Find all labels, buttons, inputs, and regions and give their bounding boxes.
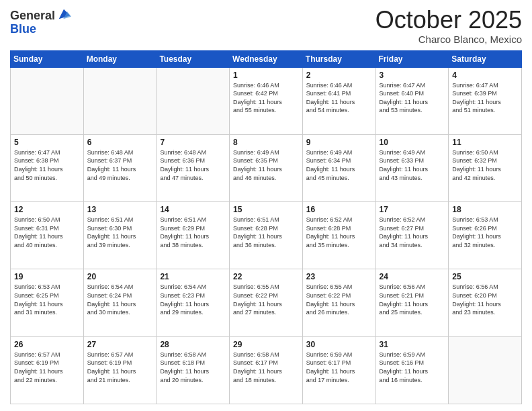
header-friday: Friday <box>375 50 449 67</box>
calendar-cell: 6Sunrise: 6:48 AM Sunset: 6:37 PM Daylig… <box>83 134 157 201</box>
day-number: 10 <box>380 138 445 147</box>
week-row-1: 5Sunrise: 6:47 AM Sunset: 6:38 PM Daylig… <box>11 134 522 201</box>
day-number: 1 <box>233 71 299 80</box>
header-thursday: Thursday <box>302 50 375 67</box>
day-number: 8 <box>233 138 299 147</box>
week-row-0: 1Sunrise: 6:46 AM Sunset: 6:42 PM Daylig… <box>11 67 522 134</box>
header: General Blue October 2025 Charco Blanco,… <box>10 7 522 45</box>
day-info: Sunrise: 6:57 AM Sunset: 6:19 PM Dayligh… <box>14 351 80 384</box>
calendar-cell <box>449 336 522 404</box>
day-info: Sunrise: 6:49 AM Sunset: 6:35 PM Dayligh… <box>233 148 299 182</box>
day-info: Sunrise: 6:59 AM Sunset: 6:17 PM Dayligh… <box>306 351 372 384</box>
day-info: Sunrise: 6:52 AM Sunset: 6:28 PM Dayligh… <box>306 216 372 249</box>
day-info: Sunrise: 6:46 AM Sunset: 6:41 PM Dayligh… <box>306 81 372 115</box>
calendar-cell: 8Sunrise: 6:49 AM Sunset: 6:35 PM Daylig… <box>230 134 303 201</box>
day-info: Sunrise: 6:58 AM Sunset: 6:18 PM Dayligh… <box>160 351 226 384</box>
calendar-cell: 31Sunrise: 6:59 AM Sunset: 6:16 PM Dayli… <box>375 336 449 404</box>
day-info: Sunrise: 6:46 AM Sunset: 6:42 PM Dayligh… <box>233 81 299 115</box>
day-info: Sunrise: 6:52 AM Sunset: 6:27 PM Dayligh… <box>380 216 445 249</box>
day-number: 20 <box>87 272 153 281</box>
day-number: 31 <box>380 340 445 349</box>
day-info: Sunrise: 6:48 AM Sunset: 6:37 PM Dayligh… <box>87 148 153 182</box>
day-number: 17 <box>380 205 445 214</box>
calendar-cell: 9Sunrise: 6:49 AM Sunset: 6:34 PM Daylig… <box>302 134 375 201</box>
calendar-cell: 2Sunrise: 6:46 AM Sunset: 6:41 PM Daylig… <box>302 67 375 134</box>
header-tuesday: Tuesday <box>157 50 230 67</box>
logo-text: General Blue <box>10 9 71 36</box>
calendar-cell: 17Sunrise: 6:52 AM Sunset: 6:27 PM Dayli… <box>375 202 449 269</box>
calendar: Sunday Monday Tuesday Wednesday Thursday… <box>10 50 522 404</box>
calendar-cell: 7Sunrise: 6:48 AM Sunset: 6:36 PM Daylig… <box>157 134 230 201</box>
header-monday: Monday <box>83 50 157 67</box>
day-number: 23 <box>306 272 372 281</box>
calendar-cell: 23Sunrise: 6:55 AM Sunset: 6:22 PM Dayli… <box>302 269 375 336</box>
day-number: 9 <box>306 138 372 147</box>
calendar-cell: 28Sunrise: 6:58 AM Sunset: 6:18 PM Dayli… <box>157 336 230 404</box>
calendar-cell: 5Sunrise: 6:47 AM Sunset: 6:38 PM Daylig… <box>11 134 84 201</box>
title-area: October 2025 Charco Blanco, Mexico <box>375 7 522 45</box>
page: General Blue October 2025 Charco Blanco,… <box>0 0 532 411</box>
day-info: Sunrise: 6:54 AM Sunset: 6:23 PM Dayligh… <box>160 283 226 316</box>
day-number: 6 <box>87 138 153 147</box>
week-row-2: 12Sunrise: 6:50 AM Sunset: 6:31 PM Dayli… <box>11 202 522 269</box>
calendar-cell: 24Sunrise: 6:56 AM Sunset: 6:21 PM Dayli… <box>375 269 449 336</box>
day-info: Sunrise: 6:59 AM Sunset: 6:16 PM Dayligh… <box>380 351 445 384</box>
logo-blue: Blue <box>10 23 71 36</box>
logo-general: General <box>10 9 55 23</box>
calendar-cell: 3Sunrise: 6:47 AM Sunset: 6:40 PM Daylig… <box>375 67 449 134</box>
day-number: 21 <box>160 272 226 281</box>
header-saturday: Saturday <box>449 50 522 67</box>
day-number: 12 <box>14 205 80 214</box>
logo-icon <box>56 7 71 21</box>
calendar-cell: 14Sunrise: 6:51 AM Sunset: 6:29 PM Dayli… <box>157 202 230 269</box>
calendar-cell: 10Sunrise: 6:49 AM Sunset: 6:33 PM Dayli… <box>375 134 449 201</box>
calendar-cell: 12Sunrise: 6:50 AM Sunset: 6:31 PM Dayli… <box>11 202 84 269</box>
day-number: 11 <box>452 138 518 147</box>
day-info: Sunrise: 6:58 AM Sunset: 6:17 PM Dayligh… <box>233 351 299 384</box>
calendar-cell: 4Sunrise: 6:47 AM Sunset: 6:39 PM Daylig… <box>449 67 522 134</box>
day-info: Sunrise: 6:48 AM Sunset: 6:36 PM Dayligh… <box>160 148 226 182</box>
calendar-cell: 20Sunrise: 6:54 AM Sunset: 6:24 PM Dayli… <box>83 269 157 336</box>
day-number: 16 <box>306 205 372 214</box>
day-info: Sunrise: 6:57 AM Sunset: 6:19 PM Dayligh… <box>87 351 153 384</box>
day-info: Sunrise: 6:49 AM Sunset: 6:33 PM Dayligh… <box>380 148 445 182</box>
calendar-cell: 29Sunrise: 6:58 AM Sunset: 6:17 PM Dayli… <box>230 336 303 404</box>
day-info: Sunrise: 6:47 AM Sunset: 6:39 PM Dayligh… <box>452 81 518 115</box>
day-number: 18 <box>452 205 518 214</box>
day-info: Sunrise: 6:56 AM Sunset: 6:21 PM Dayligh… <box>380 283 445 316</box>
calendar-cell: 27Sunrise: 6:57 AM Sunset: 6:19 PM Dayli… <box>83 336 157 404</box>
day-number: 4 <box>452 71 518 80</box>
day-number: 5 <box>14 138 80 147</box>
day-info: Sunrise: 6:51 AM Sunset: 6:30 PM Dayligh… <box>87 216 153 249</box>
day-number: 7 <box>160 138 226 147</box>
calendar-cell <box>83 67 157 134</box>
calendar-cell: 16Sunrise: 6:52 AM Sunset: 6:28 PM Dayli… <box>302 202 375 269</box>
day-info: Sunrise: 6:55 AM Sunset: 6:22 PM Dayligh… <box>233 283 299 316</box>
calendar-cell: 25Sunrise: 6:56 AM Sunset: 6:20 PM Dayli… <box>449 269 522 336</box>
logo: General Blue <box>10 9 71 36</box>
calendar-cell: 30Sunrise: 6:59 AM Sunset: 6:17 PM Dayli… <box>302 336 375 404</box>
location: Charco Blanco, Mexico <box>375 34 522 45</box>
day-info: Sunrise: 6:47 AM Sunset: 6:40 PM Dayligh… <box>380 81 445 115</box>
calendar-cell: 15Sunrise: 6:51 AM Sunset: 6:28 PM Dayli… <box>230 202 303 269</box>
day-info: Sunrise: 6:55 AM Sunset: 6:22 PM Dayligh… <box>306 283 372 316</box>
calendar-cell: 21Sunrise: 6:54 AM Sunset: 6:23 PM Dayli… <box>157 269 230 336</box>
day-number: 22 <box>233 272 299 281</box>
day-number: 19 <box>14 272 80 281</box>
day-info: Sunrise: 6:47 AM Sunset: 6:38 PM Dayligh… <box>14 148 80 182</box>
calendar-cell <box>11 67 84 134</box>
day-info: Sunrise: 6:51 AM Sunset: 6:29 PM Dayligh… <box>160 216 226 249</box>
day-number: 3 <box>380 71 445 80</box>
day-number: 30 <box>306 340 372 349</box>
calendar-cell: 22Sunrise: 6:55 AM Sunset: 6:22 PM Dayli… <box>230 269 303 336</box>
day-info: Sunrise: 6:53 AM Sunset: 6:25 PM Dayligh… <box>14 283 80 316</box>
header-wednesday: Wednesday <box>230 50 303 67</box>
calendar-cell: 19Sunrise: 6:53 AM Sunset: 6:25 PM Dayli… <box>11 269 84 336</box>
weekday-header-row: Sunday Monday Tuesday Wednesday Thursday… <box>11 50 522 67</box>
month-title: October 2025 <box>375 7 522 34</box>
calendar-cell: 13Sunrise: 6:51 AM Sunset: 6:30 PM Dayli… <box>83 202 157 269</box>
day-info: Sunrise: 6:53 AM Sunset: 6:26 PM Dayligh… <box>452 216 518 249</box>
day-number: 2 <box>306 71 372 80</box>
day-info: Sunrise: 6:50 AM Sunset: 6:31 PM Dayligh… <box>14 216 80 249</box>
calendar-cell <box>157 67 230 134</box>
